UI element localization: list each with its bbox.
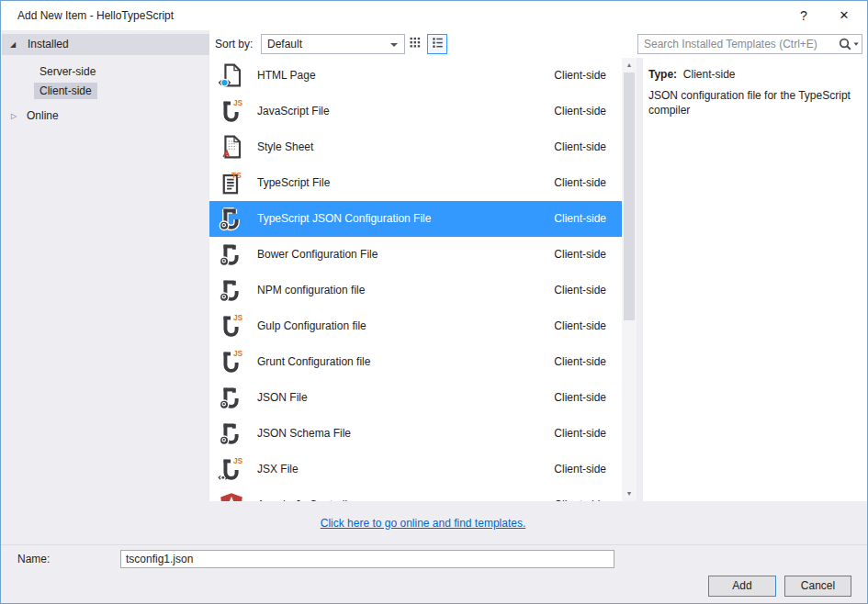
template-list-item[interactable]: JSJavaScript FileClient-side xyxy=(209,94,622,129)
template-category: Client-side xyxy=(554,380,606,416)
name-label: Name: xyxy=(17,550,50,568)
sidebar-item-client-side[interactable]: Client-side xyxy=(1,83,209,100)
javascript-file-icon: JS xyxy=(218,97,245,125)
template-name: Gulp Configuration file xyxy=(257,308,366,344)
js-config-icon: JS xyxy=(218,312,245,340)
template-name: AngularJs Controller xyxy=(257,487,357,501)
type-label: Type: xyxy=(648,68,677,81)
name-input[interactable] xyxy=(120,550,614,568)
template-category: Client-side xyxy=(554,237,606,273)
sidebar-item-online[interactable]: ▷ Online xyxy=(1,107,209,125)
type-value: Client-side xyxy=(683,68,736,81)
search-box xyxy=(637,34,862,54)
template-details-panel: Type: Client-side JSON configuration fil… xyxy=(643,58,868,501)
dialog-title: Add New Item - HelloTypeScript xyxy=(17,1,174,30)
typescript-file-icon: TS xyxy=(218,169,245,196)
json-config-icon xyxy=(218,205,245,232)
cancel-button[interactable]: Cancel xyxy=(784,576,851,597)
add-new-item-dialog: Add New Item - HelloTypeScript ? ✕ ◢ Ins… xyxy=(0,0,868,604)
scroll-down-arrow[interactable]: ▼ xyxy=(622,487,637,501)
style-sheet-icon xyxy=(218,133,245,161)
template-list-item[interactable]: AngularJs ControllerClient-side xyxy=(209,487,622,501)
template-list-item[interactable]: Style SheetClient-side xyxy=(209,129,622,165)
template-list-item[interactable]: Bower Configuration FileClient-side xyxy=(209,237,622,273)
close-button[interactable]: ✕ xyxy=(827,1,862,30)
expanded-triangle-icon: ◢ xyxy=(10,34,16,55)
search-input[interactable] xyxy=(638,38,838,50)
jsx-file-icon: JS xyxy=(218,455,245,483)
template-list-item[interactable]: NPM configuration fileClient-side xyxy=(209,273,622,308)
search-icon[interactable] xyxy=(838,37,862,51)
list-view-button[interactable] xyxy=(427,34,447,54)
go-online-link[interactable]: Click here to go online and find templat… xyxy=(321,517,525,530)
template-name: Style Sheet xyxy=(257,129,313,165)
json-config-icon xyxy=(218,384,245,411)
svg-text:JS: JS xyxy=(233,349,243,358)
json-config-icon xyxy=(218,276,245,304)
chevron-down-icon xyxy=(390,43,398,47)
installed-label: Installed xyxy=(28,34,69,55)
template-name: TypeScript JSON Configuration File xyxy=(257,201,431,237)
template-list-item[interactable]: JSGrunt Configuration fileClient-side xyxy=(209,344,622,380)
template-category: Client-side xyxy=(554,416,606,452)
template-description: JSON configuration file for the TypeScri… xyxy=(648,88,863,117)
template-name: Grunt Configuration file xyxy=(257,344,370,380)
title-bar: Add New Item - HelloTypeScript ? ✕ xyxy=(1,1,867,30)
sidebar-item-server-side[interactable]: Server-side xyxy=(1,63,209,81)
template-name: NPM configuration file xyxy=(257,273,365,308)
template-category: Client-side xyxy=(554,58,606,94)
template-category: Client-side xyxy=(554,487,606,501)
template-name: HTML Page xyxy=(257,58,316,94)
sort-by-value: Default xyxy=(267,38,302,50)
small-icons-view-icon xyxy=(409,36,423,52)
svg-text:JS: JS xyxy=(233,456,243,465)
template-name: TypeScript File xyxy=(257,165,330,201)
json-config-icon xyxy=(218,419,245,447)
template-category: Client-side xyxy=(554,201,606,237)
template-category: Client-side xyxy=(554,452,606,487)
toolbar: Sort by: Default xyxy=(209,30,868,58)
svg-text:JS: JS xyxy=(233,313,243,322)
template-list-item[interactable]: TSTypeScript FileClient-side xyxy=(209,165,622,201)
help-button[interactable]: ? xyxy=(788,1,819,30)
template-category: Client-side xyxy=(554,273,606,308)
template-list: HTML PageClient-sideJSJavaScript FileCli… xyxy=(209,58,622,501)
bottom-bar: Name: Add Cancel xyxy=(1,544,867,604)
collapsed-triangle-icon: ▷ xyxy=(11,107,17,125)
footer-band: Click here to go online and find templat… xyxy=(209,501,637,544)
js-config-icon: JS xyxy=(218,348,245,375)
list-view-icon xyxy=(431,36,445,52)
angular-icon xyxy=(218,491,245,501)
scroll-up-arrow[interactable]: ▲ xyxy=(622,58,637,73)
small-icons-view-button[interactable] xyxy=(405,34,425,54)
template-category: Client-side xyxy=(554,129,606,165)
template-type-line: Type: Client-side xyxy=(648,68,736,81)
sort-by-label: Sort by: xyxy=(215,30,253,58)
template-category: Client-side xyxy=(554,344,606,380)
template-name: Bower Configuration File xyxy=(257,237,378,273)
template-list-item[interactable]: HTML PageClient-side xyxy=(209,58,622,94)
template-list-item[interactable]: JSON FileClient-side xyxy=(209,380,622,416)
scrollbar-thumb[interactable] xyxy=(624,73,635,320)
template-name: JSX File xyxy=(257,452,299,487)
template-name: JSON Schema File xyxy=(257,416,351,452)
sort-by-dropdown[interactable]: Default xyxy=(261,34,405,54)
template-list-item[interactable]: JSON Schema FileClient-side xyxy=(209,416,622,452)
template-list-item[interactable]: JSJSX FileClient-side xyxy=(209,452,622,487)
html-page-icon xyxy=(218,62,245,89)
json-config-icon xyxy=(218,240,245,268)
template-name: JSON File xyxy=(257,380,308,416)
sidebar-item-installed[interactable]: ◢ Installed xyxy=(2,34,209,55)
template-tree-sidebar: ◢ Installed Server-side Client-side ▷ On… xyxy=(1,30,209,501)
template-list-item[interactable]: TypeScript JSON Configuration FileClient… xyxy=(209,201,622,237)
template-category: Client-side xyxy=(554,94,606,129)
template-category: Client-side xyxy=(554,165,606,201)
list-scrollbar: ▲ ▼ xyxy=(622,58,637,501)
template-category: Client-side xyxy=(554,308,606,344)
template-list-item[interactable]: JSGulp Configuration fileClient-side xyxy=(209,308,622,344)
add-button[interactable]: Add xyxy=(708,576,776,597)
template-name: JavaScript File xyxy=(257,94,330,129)
svg-text:JS: JS xyxy=(233,98,243,107)
svg-text:TS: TS xyxy=(231,171,242,180)
